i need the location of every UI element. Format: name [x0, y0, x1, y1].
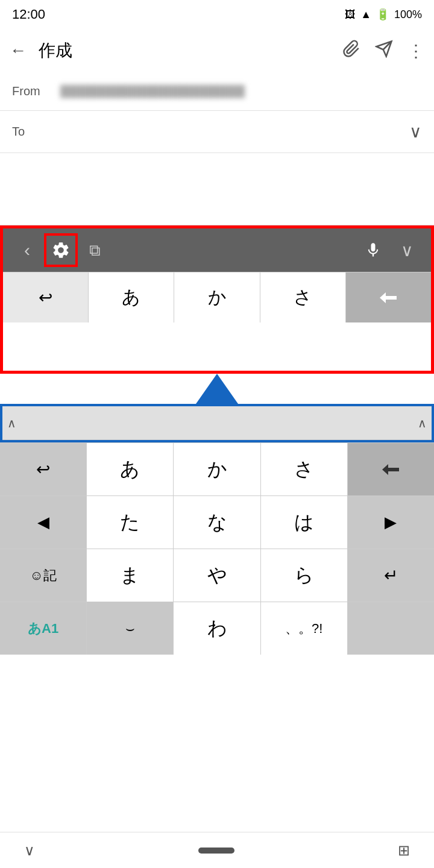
- backspace-key-2[interactable]: [348, 443, 434, 495]
- bottom-nav: ∨ ⊞: [0, 832, 434, 868]
- wifi-icon: ▲: [360, 8, 371, 21]
- battery-percent: 100%: [394, 8, 422, 21]
- triangle-shape: [196, 374, 238, 404]
- key-na[interactable]: な: [174, 496, 260, 549]
- clipboard-button[interactable]: ⧉: [78, 233, 112, 267]
- back-button[interactable]: ←: [10, 41, 27, 60]
- key-undo-2[interactable]: ↩: [0, 443, 87, 495]
- nav-keyboard-button[interactable]: ⊞: [398, 842, 410, 859]
- kb-row-3: ☺記 ま や ら ↵: [0, 549, 434, 602]
- key-ha[interactable]: は: [261, 496, 348, 549]
- battery-icon: 🔋: [376, 8, 389, 21]
- enter-key-2[interactable]: [348, 602, 434, 655]
- to-field[interactable]: To ∨: [0, 111, 434, 153]
- key-emoji[interactable]: ☺記: [0, 549, 87, 602]
- status-time: 12:00: [12, 7, 45, 22]
- settings-button[interactable]: [44, 233, 78, 267]
- blue-triangle-indicator: [0, 374, 434, 404]
- backspace-key[interactable]: [346, 272, 431, 322]
- key-ta[interactable]: た: [87, 496, 174, 549]
- chevron-left-button[interactable]: ‹: [10, 233, 44, 267]
- full-keyboard: ↩ あ か さ ◀ た な は ▶ ☺記 ま や ら ↵ あA1 ⌣ わ 、。?…: [0, 442, 434, 655]
- key-left-arrow[interactable]: ◀: [0, 496, 87, 549]
- key-ra[interactable]: ら: [261, 549, 348, 602]
- more-button[interactable]: ⋮: [407, 41, 424, 61]
- home-indicator[interactable]: [198, 848, 234, 854]
- microphone-button[interactable]: [356, 233, 390, 267]
- send-button[interactable]: [375, 40, 393, 62]
- app-bar: ← 作成 ⋮: [0, 29, 434, 72]
- kb-row-1: ↩ あ か さ: [0, 442, 434, 495]
- key-ka[interactable]: か: [174, 272, 260, 322]
- page-title: 作成: [39, 39, 342, 62]
- image-icon: 🖼: [345, 8, 356, 21]
- key-right-arrow[interactable]: ▶: [348, 496, 434, 549]
- key-wa[interactable]: わ: [174, 602, 260, 655]
- nav-down-button[interactable]: ∨: [24, 842, 35, 859]
- kb-row-2: ◀ た な は ▶: [0, 495, 434, 549]
- from-field: From ████████████████████████: [0, 72, 434, 111]
- status-icons: 🖼 ▲ 🔋 100%: [345, 8, 422, 21]
- keyboard-empty-row: [3, 322, 431, 371]
- from-label: From: [12, 84, 60, 98]
- key-ma[interactable]: ま: [87, 549, 174, 602]
- key-a-2[interactable]: あ: [87, 443, 174, 495]
- candidate-bar: ∧ ∧: [2, 406, 432, 440]
- key-lang[interactable]: あA1: [0, 602, 87, 655]
- key-ka-2[interactable]: か: [174, 443, 260, 495]
- keyboard-top-section: ‹ ⧉ ∨ ↩ あ か さ: [0, 225, 434, 374]
- keyboard-toolbar: ‹ ⧉ ∨: [3, 228, 431, 272]
- keyboard-bottom-section: ∧ ∧: [0, 404, 434, 442]
- key-sa-2[interactable]: さ: [261, 443, 348, 495]
- app-bar-actions: ⋮: [342, 40, 424, 62]
- key-a[interactable]: あ: [89, 272, 174, 322]
- key-space[interactable]: ⌣: [87, 602, 174, 655]
- email-body[interactable]: [0, 153, 434, 225]
- status-bar: 12:00 🖼 ▲ 🔋 100%: [0, 0, 434, 29]
- candidate-right-arrow[interactable]: ∧: [418, 416, 427, 430]
- keyboard-row-1: ↩ あ か さ: [3, 272, 431, 322]
- chevron-down-button[interactable]: ∨: [390, 233, 424, 267]
- key-ya[interactable]: や: [174, 549, 260, 602]
- to-label: To: [12, 125, 60, 139]
- undo-key[interactable]: ↩: [3, 272, 89, 322]
- kb-row-4: あA1 ⌣ わ 、。?!: [0, 602, 434, 655]
- attach-button[interactable]: [342, 40, 360, 62]
- expand-icon[interactable]: ∨: [409, 122, 422, 142]
- enter-key[interactable]: ↵: [348, 549, 434, 602]
- key-punctuation[interactable]: 、。?!: [261, 602, 348, 655]
- key-sa[interactable]: さ: [260, 272, 346, 322]
- candidate-left-arrow[interactable]: ∧: [7, 416, 16, 430]
- from-value: ████████████████████████: [60, 85, 422, 98]
